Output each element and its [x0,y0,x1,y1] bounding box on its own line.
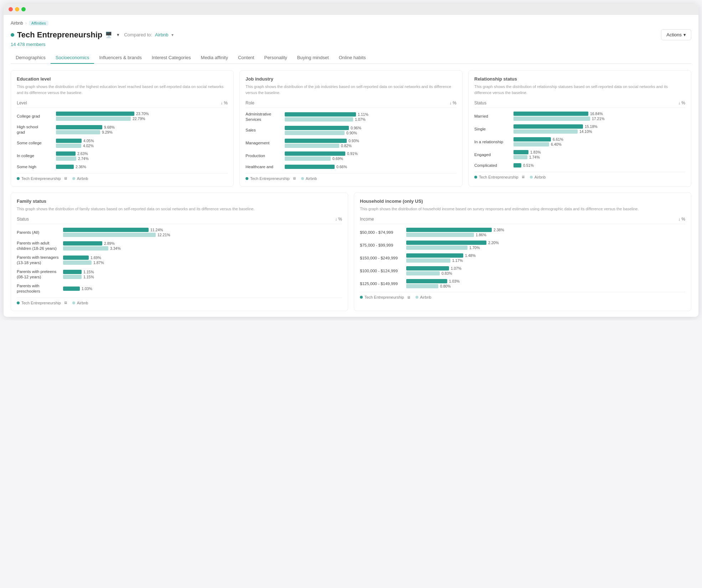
page-title: Tech Entrepreneurship [17,30,102,40]
edu-legend-label-2: Airbnb [77,176,88,181]
inc-row-1: $75,000 - $99,999 2.20% 1.70% [360,241,685,250]
fam-row-1: Parents with adult children (18-26 years… [17,241,342,251]
job-bars-0: 1.11% 1.07% [285,112,456,122]
edu-val-light-3: 2.74% [78,156,89,161]
edu-bar-light-2: 4.02% [56,144,228,148]
tab-demographics[interactable]: Demographics [11,52,51,64]
edu-val-light-2: 4.02% [83,144,94,148]
edu-bar-teal-fill-2 [56,139,82,143]
bottom-charts-grid: Family status This graph shows the distr… [11,192,691,311]
rel-legend: Tech Entrepreneurship 🖥 Airbnb [474,172,685,179]
edu-bar-teal-0: 23.70% [56,112,228,116]
family-header: Status ↓ % [17,217,342,224]
family-chart: Family status This graph shows the distr… [11,192,348,311]
actions-button[interactable]: Actions ▾ [661,29,691,40]
tab-influencers[interactable]: Influencers & brands [94,52,146,64]
education-desc: This graph shows the distribution of the… [17,84,228,96]
edu-row-3: In college 2.63% 2.74% [17,151,228,161]
compared-dropdown[interactable]: ▾ [171,32,174,37]
edu-bar-light-0: 22.79% [56,117,228,121]
minimize-button[interactable] [15,7,19,11]
compared-link[interactable]: Airbnb [155,32,169,37]
tab-buying[interactable]: Buying mindset [292,52,334,64]
fam-row-3: Parents with preteens (08-12 years) 1.15… [17,269,342,280]
edu-legend-teal-dot [17,177,20,180]
edu-legend-1: Tech Entrepreneurship 🖥 [17,176,67,181]
rel-legend-1: Tech Entrepreneurship 🖥 [474,175,525,179]
job-chart: Job industry This graph shows the distri… [239,70,463,187]
tab-content[interactable]: Content [233,52,259,64]
job-label-3: Production [246,153,285,159]
job-label-2: Management [246,140,285,146]
fam-row-4: Parents with preschoolers 1.03% [17,283,342,294]
job-col2: ↓ % [449,100,456,105]
breadcrumb-app[interactable]: Airbnb [11,21,23,26]
edu-bar-light-fill-2 [56,144,81,148]
edu-bar-teal-fill-4 [56,165,74,169]
edu-bars-4: 2.36% [56,165,228,169]
tab-socioeconomics[interactable]: Socioeconomics [51,52,94,64]
education-header: Level ↓ % [17,100,228,108]
job-legend-1: Tech Entrepreneurship 🖥 [246,176,296,181]
edu-col1: Level [17,100,27,105]
edu-bars-1: 9.68% 9.29% [56,125,228,134]
job-row-4: Healthcare and 0.66% [246,164,456,170]
actions-label: Actions [666,32,682,37]
job-header: Role ↓ % [246,100,456,108]
maximize-button[interactable] [21,7,26,11]
edu-bars-3: 2.63% 2.74% [56,151,228,161]
sort-down-icon: ↓ [221,100,223,105]
title-dropdown[interactable]: ▾ [115,31,121,38]
job-row-3: Production 0.91% 0.69% [246,151,456,161]
edu-bar-teal-fill-3 [56,151,76,156]
income-header: Income ↓ % [360,217,685,224]
edu-val-teal-2: 4.05% [83,139,94,143]
edu-bar-teal-3: 2.63% [56,151,228,156]
tab-personality[interactable]: Personality [259,52,292,64]
education-title: Education level [17,76,228,82]
compared-label: Compared to: [124,32,152,37]
edu-bar-teal-2: 4.05% [56,139,228,143]
edu-row-2: Some college 4.05% 4.02% [17,139,228,148]
rel-row-3: Engaged 1.83% 1.74% [474,150,685,159]
close-button[interactable] [9,7,13,11]
income-desc: This graph shows the distribution of hou… [360,206,685,212]
job-desc: This graph shows the distribution of the… [246,84,456,96]
rel-row-4: Complicated 0.51% [474,163,685,168]
family-title: Family status [17,198,342,204]
rel-title: Relationship status [474,76,685,82]
job-label-0: AdministrativeServices [246,112,285,122]
title-section: Tech Entrepreneurship 🖥️ ▾ Compared to: … [11,30,174,40]
edu-legend-2: Airbnb [72,176,88,181]
tab-online[interactable]: Online habits [334,52,371,64]
tab-interest[interactable]: Interest Categories [147,52,196,64]
inc-row-2: $150,000 - $249,999 1.48% 1.17% [360,253,685,263]
job-label-1: Sales [246,128,285,133]
edu-icon: 🖥 [64,176,67,180]
edu-bar-teal-fill-1 [56,125,102,129]
fam-row-0: Parents (All) 11.24% 12.21% [17,228,342,237]
top-charts-grid: Education level This graph shows the dis… [11,70,691,187]
edu-legend: Tech Entrepreneurship 🖥 Airbnb [17,173,228,181]
rel-row-2: In a relationship 6.61% 6.40% [474,137,685,146]
edu-legend-label-1: Tech Entrepreneurship [21,176,61,181]
edu-bar-teal-1: 9.68% [56,125,228,129]
inc-legend-1: Tech Entrepreneurship 🖥 [360,295,411,299]
income-title: Household income (only US) [360,198,685,204]
income-chart: Household income (only US) This graph sh… [354,192,691,311]
tab-media[interactable]: Media affinity [196,52,233,64]
breadcrumb-sep: › [25,21,27,26]
job-row-0: AdministrativeServices 1.11% 1.07% [246,112,456,122]
fam-legend: Tech Entrepreneurship 🖥 Airbnb [17,298,342,305]
page-header: Tech Entrepreneurship 🖥️ ▾ Compared to: … [11,29,691,40]
edu-val-teal-3: 2.63% [77,151,88,156]
breadcrumb-tag[interactable]: Affinities [29,21,48,26]
sort-down-icon: ↓ [449,100,451,105]
job-label-4: Healthcare and [246,164,285,170]
fam-legend-2: Airbnb [72,301,88,305]
edu-val-light-0: 22.79% [133,117,145,121]
edu-val-teal-4: 2.36% [76,165,86,169]
titlebar [4,4,698,15]
edu-bars-2: 4.05% 4.02% [56,139,228,148]
edu-legend-light-dot [72,177,75,180]
